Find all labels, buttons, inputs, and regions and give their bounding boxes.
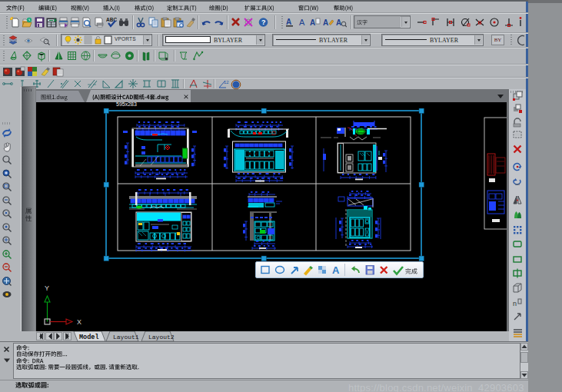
svg-text:Layout1: Layout1: [113, 334, 139, 341]
svg-text:A: A: [332, 264, 340, 276]
svg-text:12: 12: [224, 80, 229, 85]
svg-text:A: A: [299, 18, 305, 27]
svg-text:n: n: [513, 300, 517, 307]
svg-text:Layout2: Layout2: [148, 334, 175, 341]
svg-text:A: A: [310, 18, 315, 27]
svg-text:A: A: [286, 18, 291, 26]
svg-text:A: A: [323, 18, 328, 27]
svg-text:X: X: [77, 318, 81, 326]
svg-text:Y: Y: [45, 284, 49, 292]
svg-text:A: A: [336, 18, 341, 27]
svg-text:Model: Model: [79, 334, 99, 341]
svg-text:?: ?: [261, 18, 266, 26]
